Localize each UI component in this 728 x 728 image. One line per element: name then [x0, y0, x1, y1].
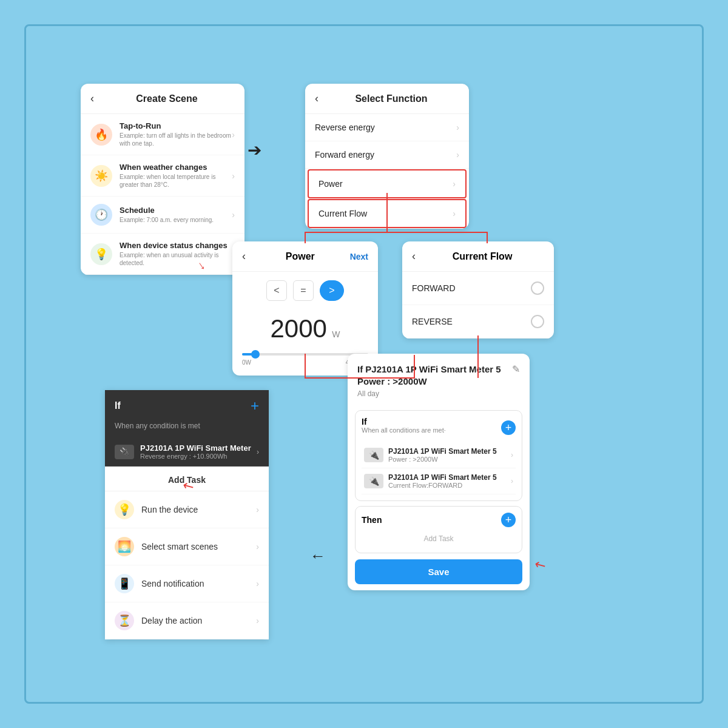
run-device-chevron: › — [256, 505, 259, 514]
delay-action-icon: ⏳ — [115, 611, 134, 630]
arrow-right-panel1-panel2: ➔ — [248, 140, 261, 160]
current-flow-chevron: › — [453, 209, 456, 218]
send-notification-chevron: › — [256, 579, 259, 588]
run-device-item[interactable]: 💡 Run the device › — [105, 491, 269, 528]
less-than-button[interactable]: < — [266, 280, 287, 301]
current-flow-item[interactable]: Current Flow › — [308, 199, 467, 228]
device-text: When device status changes Example: when… — [120, 241, 232, 267]
current-flow-label: Current Flow — [318, 209, 453, 218]
slider-min: 0W — [242, 359, 251, 366]
greater-than-button[interactable]: > — [320, 280, 344, 301]
cond-chevron-0: › — [511, 451, 513, 459]
weather-item[interactable]: ☀️ When weather changes Example: when lo… — [81, 155, 244, 197]
then-add-button[interactable]: + — [501, 513, 516, 527]
power-value-area: 2000 W — [232, 309, 378, 348]
condition-item-1[interactable]: 🔌 PJ2101A 1P WiFi Smart Meter 5 Current … — [362, 468, 516, 494]
smart-scenes-icon: 🌅 — [115, 537, 134, 556]
tap-name: Tap-to-Run — [120, 121, 232, 130]
back-icon-power[interactable]: ‹ — [242, 250, 246, 263]
device-name: When device status changes — [120, 241, 232, 250]
device-desc: Example: when an unusual activity is det… — [120, 251, 232, 267]
cond-icon-1: 🔌 — [364, 474, 383, 488]
smart-scenes-label: Select smart scenes — [141, 542, 256, 551]
reverse-radio[interactable] — [531, 315, 544, 328]
arrow-left-panel5-panel6: ← — [310, 547, 326, 565]
reverse-item[interactable]: REVERSE — [402, 305, 554, 339]
weather-text: When weather changes Example: when local… — [120, 163, 232, 189]
smart-scenes-item[interactable]: 🌅 Select smart scenes › — [105, 528, 269, 565]
power-value-display: 2000 — [270, 314, 326, 343]
back-icon[interactable]: ‹ — [90, 92, 94, 105]
at-subtitle: When any condition is met — [105, 422, 269, 437]
power-chevron: › — [453, 179, 456, 189]
save-button[interactable]: Save — [355, 559, 522, 584]
tap-to-run-item[interactable]: 🔥 Tap-to-Run Example: turn off all light… — [81, 114, 244, 155]
back-icon-sf[interactable]: ‹ — [315, 92, 318, 105]
forward-label: FORWARD — [412, 283, 531, 293]
power-title: Power — [251, 251, 350, 262]
result-allday: All day — [348, 389, 530, 405]
cond-desc-1: Current Flow:FORWARD — [388, 482, 511, 489]
power-item[interactable]: Power › — [308, 169, 467, 198]
at-if-bar: If + — [105, 390, 269, 422]
run-device-icon: 💡 — [115, 500, 134, 519]
delay-action-item[interactable]: ⏳ Delay the action › — [105, 602, 269, 639]
send-notification-item[interactable]: 📱 Send notification › — [105, 565, 269, 602]
device-icon: 💡 — [90, 243, 112, 265]
power-label: Power — [318, 179, 453, 189]
reverse-energy-item[interactable]: Reverse energy › — [305, 114, 469, 141]
if-sublabel: When all conditions are met· — [362, 426, 446, 434]
result-title: If PJ2101A 1P WiFi Smart Meter 5 Power :… — [357, 363, 507, 387]
then-header: Then + — [362, 513, 516, 527]
weather-name: When weather changes — [120, 163, 232, 172]
tap-desc: Example: turn off all lights in the bedr… — [120, 132, 232, 147]
forward-radio[interactable] — [531, 281, 544, 295]
at-cond-desc: Reverse energy : +10.900Wh — [140, 453, 257, 460]
if-header: If When all conditions are met· + — [362, 417, 516, 439]
select-function-header: ‹ Select Function — [305, 84, 469, 114]
reverse-energy-chevron: › — [456, 123, 459, 132]
select-function-panel: ‹ Select Function Reverse energy › Forwa… — [305, 84, 469, 229]
schedule-icon: 🕐 — [90, 204, 112, 226]
forward-energy-item[interactable]: Forward energy › — [305, 141, 469, 169]
device-status-item[interactable]: 💡 When device status changes Example: wh… — [81, 234, 244, 275]
equal-button[interactable]: = — [293, 280, 314, 301]
power-header: ‹ Power Next — [232, 241, 378, 272]
if-add-button[interactable]: + — [501, 420, 516, 435]
create-scene-title: Create Scene — [99, 93, 235, 104]
weather-desc: Example: when local temperature is great… — [120, 173, 232, 189]
forward-item[interactable]: FORWARD — [402, 272, 554, 305]
power-unit: W — [332, 329, 340, 339]
result-panel: If PJ2101A 1P WiFi Smart Meter 5 Power :… — [348, 354, 530, 590]
at-cond-chevron: › — [257, 448, 259, 456]
tap-text: Tap-to-Run Example: turn off all lights … — [120, 121, 232, 147]
if-block: If When all conditions are met· + 🔌 PJ21… — [355, 410, 522, 501]
cond-desc-0: Power : >2000W — [388, 456, 511, 463]
select-function-title: Select Function — [323, 93, 459, 104]
at-if-label: If — [115, 400, 121, 411]
cond-name-1: PJ2101A 1P WiFi Smart Meter 5 — [388, 473, 511, 482]
smart-scenes-chevron: › — [256, 542, 259, 551]
at-cond-name: PJ2101A 1P WiFi Smart Meter — [140, 443, 257, 453]
add-task-panel: If + When any condition is met 🔌 PJ2101A… — [105, 390, 269, 639]
current-flow-header: ‹ Current Flow — [402, 241, 554, 272]
edit-icon[interactable]: ✎ — [512, 363, 520, 375]
create-scene-panel: ‹ Create Scene 🔥 Tap-to-Run Example: tur… — [81, 84, 244, 275]
schedule-item[interactable]: 🕐 Schedule Example: 7:00 a.m. every morn… — [81, 197, 244, 234]
condition-item-0[interactable]: 🔌 PJ2101A 1P WiFi Smart Meter 5 Power : … — [362, 442, 516, 468]
then-label: Then — [362, 515, 382, 525]
outer-frame: ‹ Create Scene 🔥 Tap-to-Run Example: tur… — [24, 24, 704, 704]
reverse-label: REVERSE — [412, 317, 531, 326]
slider-thumb[interactable] — [251, 350, 260, 359]
current-flow-title: Current Flow — [420, 251, 544, 262]
at-condition-item[interactable]: 🔌 PJ2101A 1P WiFi Smart Meter Reverse en… — [105, 437, 269, 467]
power-controls: < = > — [232, 272, 378, 309]
send-notification-icon: 📱 — [115, 574, 134, 593]
back-icon-cf[interactable]: ‹ — [412, 250, 416, 263]
send-notification-label: Send notification — [141, 579, 256, 588]
at-plus-icon[interactable]: + — [251, 397, 259, 414]
weather-chevron: › — [232, 171, 235, 181]
forward-energy-label: Forward energy — [315, 150, 456, 160]
delay-action-chevron: › — [256, 616, 259, 625]
next-button[interactable]: Next — [350, 252, 368, 261]
